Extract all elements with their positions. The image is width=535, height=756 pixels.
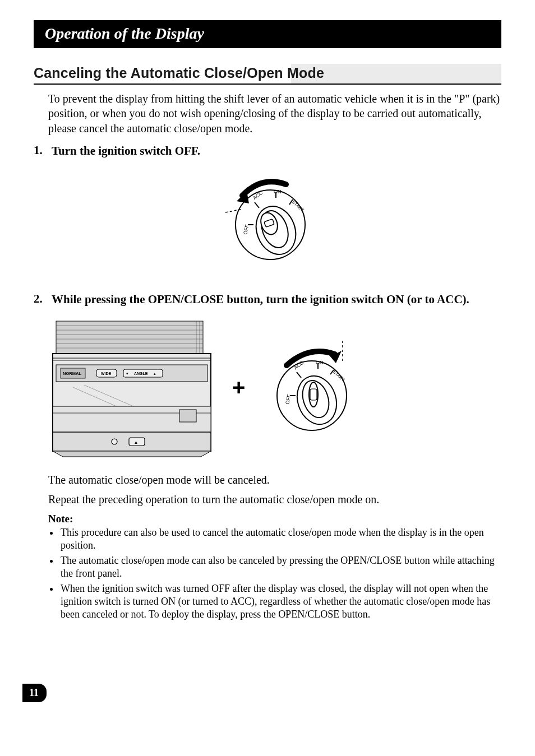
- chapter-header: Operation of the Display: [34, 20, 501, 48]
- figure-step2-row: NORMAL WIDE ▾ ANGLE ▴ ▴: [50, 318, 501, 458]
- svg-line-43: [297, 372, 301, 378]
- svg-text:▾: ▾: [126, 372, 128, 375]
- svg-marker-37: [53, 451, 211, 457]
- svg-text:▴: ▴: [154, 372, 156, 375]
- step-2-text: While pressing the OPEN/CLOSE button, tu…: [52, 292, 501, 307]
- section-title-bar: Canceling the Automatic Close/Open Mode: [34, 64, 501, 85]
- note-item-2: The automatic close/open mode can also b…: [59, 554, 501, 580]
- step-2: 2. While pressing the OPEN/CLOSE button,…: [34, 292, 501, 307]
- svg-point-35: [112, 439, 117, 444]
- label-normal: NORMAL: [63, 371, 81, 376]
- page-number: 11: [29, 687, 39, 698]
- svg-rect-11: [56, 321, 203, 354]
- section-title: Canceling the Automatic Close/Open Mode: [34, 65, 324, 81]
- page-number-tab: 11: [22, 684, 47, 702]
- figure-ignition-off: OFF ACC ON START: [34, 169, 501, 270]
- device-panel-diagram: NORMAL WIDE ▾ ANGLE ▴ ▴: [50, 318, 213, 458]
- ignition-off-diagram: OFF ACC ON START: [220, 169, 315, 270]
- label-off-2: OFF: [285, 393, 293, 405]
- step-2-number: 2.: [34, 292, 52, 307]
- svg-rect-33: [179, 410, 196, 422]
- label-on-2: ON: [316, 360, 324, 365]
- note-item-3: When the ignition switch was turned OFF …: [59, 582, 501, 621]
- notes-list: This procedure can also be used to cance…: [59, 526, 501, 621]
- intro-paragraph: To prevent the display from hitting the …: [48, 91, 501, 136]
- svg-rect-42: [310, 389, 317, 400]
- plus-symbol: +: [232, 375, 245, 400]
- note-heading: Note:: [48, 513, 501, 525]
- svg-line-5: [255, 202, 259, 208]
- svg-line-10: [225, 209, 242, 212]
- step-1-text: Turn the ignition switch OFF.: [52, 143, 501, 159]
- label-start-2: START: [332, 369, 346, 383]
- label-off: OFF: [242, 224, 250, 235]
- ignition-on-diagram: OFF ACC ON START: [264, 337, 359, 438]
- label-wide: WIDE: [101, 372, 112, 375]
- chapter-title: Operation of the Display: [45, 25, 204, 42]
- label-start: START: [291, 200, 305, 213]
- step-1-number: 1.: [34, 143, 52, 159]
- step-1: 1. Turn the ignition switch OFF.: [34, 143, 501, 159]
- result-line-2: Repeat the preceding operation to turn t…: [48, 493, 501, 506]
- result-line-1: The automatic close/open mode will be ca…: [48, 474, 501, 486]
- note-item-1: This procedure can also be used to cance…: [59, 526, 501, 552]
- label-angle: ANGLE: [134, 372, 148, 375]
- open-close-icon: ▴: [135, 439, 137, 445]
- label-on: ON: [274, 189, 282, 194]
